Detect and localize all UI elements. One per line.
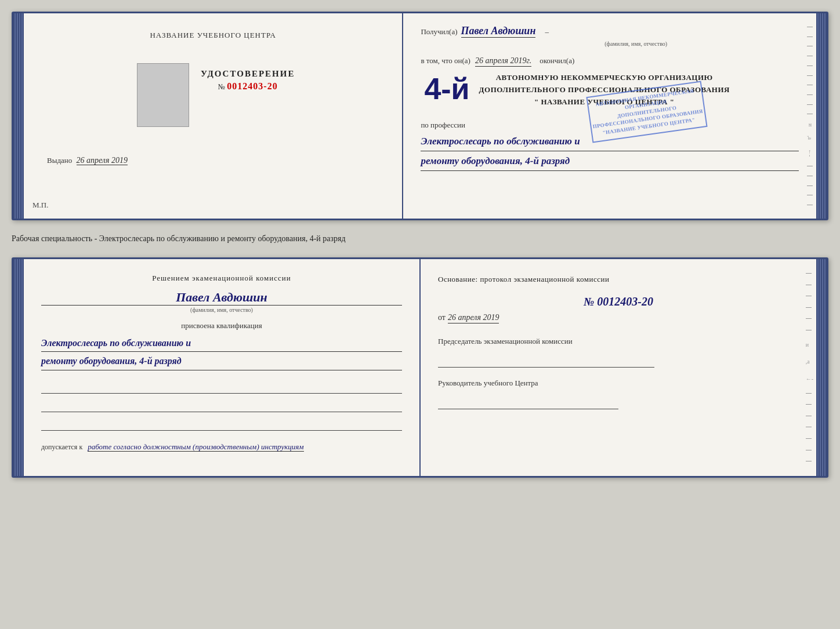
dash-15 — [807, 205, 813, 205]
issued-label: Выдано — [47, 156, 72, 165]
org-line3: " НАЗВАНИЕ УЧЕБНОГО ЦЕНТРА " — [479, 96, 730, 108]
b-dash-4 — [806, 307, 812, 308]
b-dash-8 — [806, 404, 812, 405]
qualification-label: присвоена квалификация — [41, 321, 402, 330]
bottom-fio-label: (фамилия, имя, отчество) — [41, 307, 402, 313]
b-dash-2 — [806, 285, 812, 285]
top-right-spine — [816, 13, 827, 219]
b-side-l: ←- — [806, 376, 813, 382]
received-prefix: Получил(а) — [421, 27, 457, 37]
b-dash-11 — [806, 438, 812, 439]
sig-line-1 — [41, 380, 402, 394]
protocol-date-value: 26 апреля 2019 — [448, 313, 499, 323]
dash-13 — [807, 186, 813, 186]
in-that-date: 26 апреля 2019г. — [475, 56, 531, 67]
protocol-date: от 26 апреля 2019 — [438, 313, 799, 323]
finished-label: окончил(а) — [540, 56, 574, 66]
top-document: НАЗВАНИЕ УЧЕБНОГО ЦЕНТРА УДОСТОВЕРЕНИЕ №… — [12, 12, 828, 220]
cert-number-line: № 0012403-20 — [201, 81, 295, 92]
decision-title: Решением экаменационной комиссии — [41, 274, 402, 283]
person-name-top: Павел Авдюшин — [461, 25, 536, 38]
in-that-prefix: в том, что он(а) — [421, 56, 470, 66]
dash-10 — [807, 114, 813, 114]
bottom-right-page: Основание: протокол экзаменационной коми… — [421, 259, 816, 476]
page-container: НАЗВАНИЕ УЧЕБНОГО ЦЕНТРА УДОСТОВЕРЕНИЕ №… — [12, 12, 828, 478]
dash-5 — [807, 66, 813, 66]
cert-word: УДОСТОВЕРЕНИЕ — [201, 69, 295, 79]
bottom-left-spine — [13, 259, 24, 476]
allowed-label: допускается к работе согласно должностны… — [41, 442, 402, 452]
signature-lines — [41, 380, 402, 431]
bottom-right-spine — [816, 259, 827, 476]
grade-org-row: 4-й АВТОНОМНУЮ НЕКОММЕРЧЕСКУЮ ОРГАНИЗАЦИ… — [421, 69, 799, 108]
profession-block: по профессии Электрослесарь по обслужива… — [421, 121, 799, 170]
center-title: НАЗВАНИЕ УЧЕБНОГО ЦЕНТРА — [150, 31, 276, 40]
org-block: АВТОНОМНУЮ НЕКОММЕРЧЕСКУЮ ОРГАНИЗАЦИЮ ДО… — [479, 72, 730, 108]
profession-label: по профессии — [421, 121, 799, 130]
cert-number: 0012403-20 — [227, 81, 277, 91]
b-dash-10 — [806, 427, 812, 427]
bottom-document: Решением экаменационной комиссии Павел А… — [12, 257, 828, 478]
issued-line: Выдано 26 апреля 2019 — [47, 156, 128, 165]
dash-6 — [807, 75, 813, 76]
specialty-label: Рабочая специальность - Электрослесарь п… — [12, 231, 828, 247]
profession-line2: ремонту оборудования, 4-й разряд — [421, 152, 799, 171]
b-side-а: ,а — [806, 358, 813, 365]
top-left-page: НАЗВАНИЕ УЧЕБНОГО ЦЕНТРА УДОСТОВЕРЕНИЕ №… — [24, 13, 403, 219]
dash-11 — [807, 166, 813, 166]
qualification-line1: Электрослесарь по обслуживанию и — [41, 335, 402, 352]
received-line: Получил(а) Павел Авдюшин – — [421, 25, 799, 38]
protocol-number: № 0012403-20 — [438, 295, 799, 308]
right-dashes-bottom: и ,а ←- — [806, 259, 813, 476]
grade-badge: 4-й — [424, 74, 469, 104]
org-line1: АВТОНОМНУЮ НЕКОММЕРЧЕСКУЮ ОРГАНИЗАЦИЮ — [479, 72, 730, 84]
b-dash-9 — [806, 416, 812, 416]
b-dash-12 — [806, 450, 812, 450]
b-dash-1 — [806, 273, 812, 274]
org-line2: ДОПОЛНИТЕЛЬНОГО ПРОФЕССИОНАЛЬНОГО ОБРАЗО… — [479, 84, 730, 96]
dash-1 — [807, 27, 813, 27]
sig-line-2 — [41, 398, 402, 412]
bottom-person-name: Павел Авдюшин — [41, 290, 402, 306]
right-dashes-top: и ,а ←- — [807, 13, 813, 219]
dash-8 — [807, 94, 813, 95]
side-text-и: и — [807, 123, 813, 126]
b-dash-6 — [806, 330, 812, 330]
side-text-l: ←- — [807, 149, 813, 157]
center-head-label: Руководитель учебного Центра — [438, 378, 799, 388]
dash-7 — [807, 85, 813, 85]
dash-9 — [807, 104, 813, 105]
cert-number-label: № — [218, 82, 225, 91]
b-dash-5 — [806, 318, 812, 319]
dash-12 — [807, 176, 813, 176]
mp-label: М.П. — [32, 201, 48, 210]
b-dash-7 — [806, 393, 812, 394]
cert-title-block: УДОСТОВЕРЕНИЕ № 0012403-20 — [201, 69, 295, 139]
issued-date: 26 апреля 2019 — [77, 156, 128, 165]
protocol-date-prefix: от — [438, 313, 446, 322]
top-left-spine — [13, 13, 24, 219]
b-dash-13 — [806, 461, 812, 461]
photo-cert-row: УДОСТОВЕРЕНИЕ № 0012403-20 — [131, 63, 295, 139]
b-side-и: и — [806, 341, 813, 348]
commission-head-label: Председатель экзаменационной комиссии — [438, 336, 799, 347]
center-sig-line — [438, 393, 618, 409]
qualification-line2: ремонту оборудования, 4-й разряд — [41, 353, 402, 370]
basis-title: Основание: протокол экзаменационной коми… — [438, 274, 799, 285]
allowed-prefix: допускается к — [41, 443, 82, 451]
in-that-line: в том, что он(а) 26 апреля 2019г. окончи… — [421, 56, 799, 67]
bottom-left-page: Решением экаменационной комиссии Павел А… — [24, 259, 421, 476]
dash-14 — [807, 195, 813, 195]
fio-label-top: (фамилия, имя, отчество) — [473, 41, 799, 47]
side-text-а: ,а — [807, 136, 813, 140]
dash-2 — [807, 37, 813, 37]
sig-line-3 — [41, 417, 402, 431]
allowed-cursive: работе согласно должностным (производств… — [88, 442, 303, 452]
commission-sig-line — [438, 351, 654, 368]
top-right-page: Получил(а) Павел Авдюшин – (фамилия, имя… — [403, 13, 816, 219]
profession-line1: Электрослесарь по обслуживанию и — [421, 133, 799, 151]
dash-4 — [807, 56, 813, 56]
b-dash-3 — [806, 296, 812, 296]
photo-placeholder — [137, 63, 189, 127]
dash-3 — [807, 46, 813, 46]
